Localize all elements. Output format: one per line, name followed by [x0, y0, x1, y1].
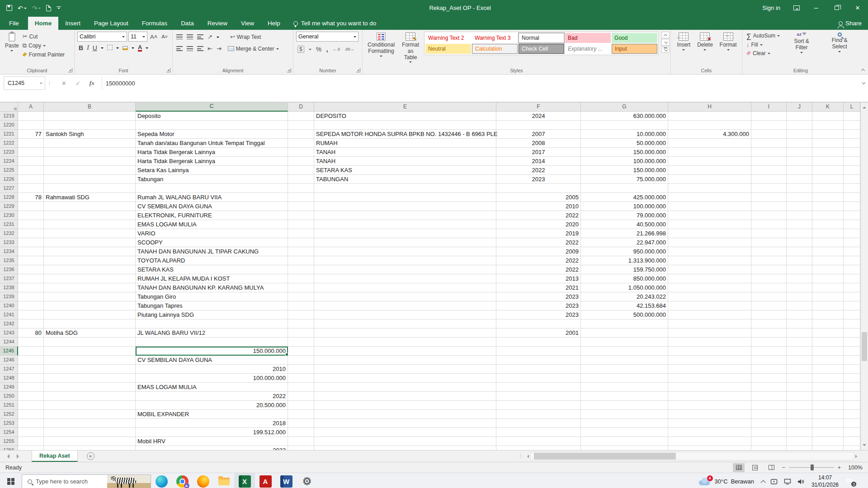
- cell-I1238[interactable]: [751, 283, 787, 292]
- cell-F1221[interactable]: 2007: [496, 130, 581, 139]
- cell-B1231[interactable]: [44, 220, 136, 229]
- cell-A1256[interactable]: [18, 446, 44, 450]
- cell-I1226[interactable]: [751, 175, 787, 184]
- cell-I1255[interactable]: [751, 437, 787, 446]
- cell-E1247[interactable]: [314, 365, 496, 374]
- taskbar-excel-icon[interactable]: X: [234, 473, 255, 488]
- cell-K1251[interactable]: [812, 401, 844, 410]
- cell-L1223[interactable]: [844, 148, 860, 157]
- ribbon-tab-review[interactable]: Review: [201, 17, 234, 30]
- cell-L1249[interactable]: [844, 383, 860, 392]
- cell-E1235[interactable]: [314, 256, 496, 265]
- cell-C1242[interactable]: [136, 319, 288, 328]
- cell-H1254[interactable]: [668, 428, 751, 437]
- cell-H1227[interactable]: [668, 184, 751, 193]
- cell-K1224[interactable]: [812, 157, 844, 166]
- cell-J1235[interactable]: [787, 256, 812, 265]
- style-chip-normal[interactable]: Normal: [519, 33, 564, 43]
- cell-D1221[interactable]: [288, 130, 314, 139]
- cell-L1252[interactable]: [844, 410, 860, 419]
- cell-K1221[interactable]: [812, 130, 844, 139]
- cell-K1245[interactable]: [812, 347, 844, 356]
- row-header-1245[interactable]: 1245: [0, 347, 18, 356]
- row-header-1247[interactable]: 1247: [0, 365, 18, 374]
- cell-K1223[interactable]: [812, 148, 844, 157]
- cell-D1252[interactable]: [288, 410, 314, 419]
- cell-E1225[interactable]: SETARA KAS: [314, 166, 496, 175]
- cell-D1242[interactable]: [288, 319, 314, 328]
- cell-D1236[interactable]: [288, 265, 314, 274]
- cell-G1234[interactable]: 950.000.000: [581, 247, 668, 256]
- cell-C1248[interactable]: 100.000.000: [136, 374, 288, 383]
- tray-network-icon[interactable]: [784, 479, 791, 485]
- ribbon-tab-insert[interactable]: Insert: [58, 17, 87, 30]
- ribbon-tab-page-layout[interactable]: Page Layout: [87, 17, 135, 30]
- align-top-button[interactable]: [176, 34, 183, 39]
- cell-F1235[interactable]: 2022: [496, 256, 581, 265]
- cell-K1219[interactable]: [812, 112, 844, 121]
- cell-A1230[interactable]: [18, 211, 44, 220]
- cell-F1254[interactable]: [496, 428, 581, 437]
- row-header-1235[interactable]: 1235: [0, 256, 18, 265]
- cell-C1243[interactable]: JL WALANG BARU VII/12: [136, 328, 288, 338]
- cell-H1225[interactable]: [668, 166, 751, 175]
- cell-C1244[interactable]: [136, 338, 288, 347]
- cell-J1221[interactable]: [787, 130, 812, 139]
- restore-button[interactable]: [826, 0, 847, 16]
- align-left-button[interactable]: [176, 46, 183, 51]
- copy-button[interactable]: ⧉Copy: [21, 42, 66, 49]
- cell-L1226[interactable]: [844, 175, 860, 184]
- bold-button[interactable]: B: [79, 44, 83, 52]
- cell-D1253[interactable]: [288, 419, 314, 428]
- column-header-I[interactable]: I: [751, 103, 787, 112]
- cancel-button[interactable]: ✕: [61, 80, 66, 87]
- cell-E1219[interactable]: DEPOSITO: [314, 112, 496, 121]
- cell-B1232[interactable]: [44, 229, 136, 238]
- cell-B1228[interactable]: Rahmawati SDG: [44, 193, 136, 202]
- cell-K1225[interactable]: [812, 166, 844, 175]
- cell-D1230[interactable]: [288, 211, 314, 220]
- row-header-1229[interactable]: 1229: [0, 202, 18, 211]
- cell-C1234[interactable]: TANAH DAN BANGUNAN JL TIPAR CAKUNG: [136, 247, 288, 256]
- cell-J1219[interactable]: [787, 112, 812, 121]
- cell-A1246[interactable]: [18, 356, 44, 365]
- scroll-left-button[interactable]: [524, 455, 530, 458]
- cell-F1227[interactable]: [496, 184, 581, 193]
- cell-F1244[interactable]: [496, 338, 581, 347]
- column-header-G[interactable]: G: [581, 103, 668, 112]
- font-color-button[interactable]: A: [138, 44, 142, 52]
- insert-cells-button[interactable]: ←Insert: [675, 32, 693, 52]
- cell-B1238[interactable]: [44, 283, 136, 292]
- cell-G1225[interactable]: 150.000.000: [581, 166, 668, 175]
- column-header-K[interactable]: K: [812, 103, 844, 112]
- cell-B1256[interactable]: [44, 446, 136, 450]
- cell-A1238[interactable]: [18, 283, 44, 292]
- cell-F1245[interactable]: [496, 347, 581, 356]
- cell-L1238[interactable]: [844, 283, 860, 292]
- conditional-formatting-button[interactable]: Conditional Formatting: [365, 32, 397, 58]
- row-header-1248[interactable]: 1248: [0, 374, 18, 383]
- cell-C1235[interactable]: TOYOTA ALPARD: [136, 256, 288, 265]
- cell-E1254[interactable]: [314, 428, 496, 437]
- cell-F1249[interactable]: [496, 383, 581, 392]
- cell-J1240[interactable]: [787, 301, 812, 310]
- cell-H1244[interactable]: [668, 338, 751, 347]
- cell-F1251[interactable]: [496, 401, 581, 410]
- cell-J1241[interactable]: [787, 310, 812, 319]
- new-sheet-button[interactable]: +: [87, 452, 94, 460]
- cell-A1220[interactable]: [18, 121, 44, 130]
- cell-D1254[interactable]: [288, 428, 314, 437]
- clipboard-dialog-launcher[interactable]: [68, 68, 72, 72]
- cell-G1232[interactable]: 21.266.998: [581, 229, 668, 238]
- cell-K1220[interactable]: [812, 121, 844, 130]
- cell-C1241[interactable]: Piutang Lainnya SDG: [136, 310, 288, 319]
- cell-L1229[interactable]: [844, 202, 860, 211]
- row-header-1228[interactable]: 1228: [0, 193, 18, 202]
- share-button[interactable]: Share: [839, 17, 862, 30]
- cell-I1247[interactable]: [751, 365, 787, 374]
- cell-C1238[interactable]: TANAH DAN BANGUNAN KP. KARANG MULYA: [136, 283, 288, 292]
- shrink-font-button[interactable]: A˅: [160, 33, 169, 40]
- cell-J1249[interactable]: [787, 383, 812, 392]
- cell-I1230[interactable]: [751, 211, 787, 220]
- row-header-1242[interactable]: 1242: [0, 319, 18, 328]
